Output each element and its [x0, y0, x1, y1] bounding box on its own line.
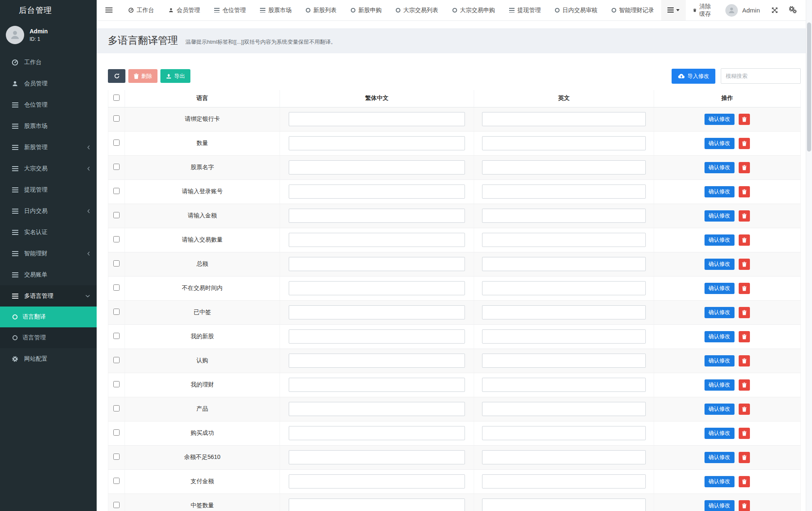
nav-tab-工作台[interactable]: 工作台	[121, 0, 161, 20]
sidebar-item-大宗交易[interactable]: 大宗交易	[0, 158, 97, 179]
row-checkbox[interactable]	[113, 236, 120, 242]
row-delete-button[interactable]	[739, 428, 750, 439]
en-translation-input[interactable]	[482, 402, 645, 416]
row-checkbox[interactable]	[113, 140, 120, 146]
en-translation-input[interactable]	[482, 136, 645, 150]
nav-tab-新股列表[interactable]: 新股列表	[299, 0, 344, 20]
row-delete-button[interactable]	[739, 259, 750, 270]
en-translation-input[interactable]	[482, 474, 645, 489]
en-translation-input[interactable]	[482, 305, 645, 319]
zh-translation-input[interactable]	[289, 281, 465, 295]
row-checkbox[interactable]	[113, 284, 120, 291]
row-delete-button[interactable]	[739, 234, 750, 246]
nav-tab-新股申购[interactable]: 新股申购	[344, 0, 389, 20]
row-checkbox[interactable]	[113, 212, 120, 218]
row-checkbox[interactable]	[113, 115, 120, 122]
nav-tab-股票市场[interactable]: 股票市场	[253, 0, 299, 20]
en-translation-input[interactable]	[482, 426, 645, 440]
confirm-edit-button[interactable]: 确认修改	[705, 114, 735, 125]
nav-tab-会员管理[interactable]: 会员管理	[161, 0, 207, 20]
sidebar-item-日内交易[interactable]: 日内交易	[0, 200, 97, 222]
row-checkbox[interactable]	[113, 454, 120, 460]
zh-translation-input[interactable]	[289, 499, 465, 511]
confirm-edit-button[interactable]: 确认修改	[705, 379, 735, 391]
en-translation-input[interactable]	[482, 209, 645, 223]
vertical-scrollbar[interactable]	[806, 0, 812, 511]
nav-tab-提现管理[interactable]: 提现管理	[502, 0, 548, 20]
confirm-edit-button[interactable]: 确认修改	[705, 404, 735, 415]
row-delete-button[interactable]	[739, 476, 750, 487]
row-delete-button[interactable]	[739, 452, 750, 463]
zh-translation-input[interactable]	[289, 402, 465, 416]
settings-button[interactable]	[784, 0, 803, 20]
zh-translation-input[interactable]	[289, 354, 465, 368]
sidebar-item-网站配置[interactable]: 网站配置	[0, 348, 97, 369]
fullscreen-button[interactable]	[766, 0, 784, 20]
select-all-checkbox[interactable]	[113, 95, 120, 101]
row-delete-button[interactable]	[739, 307, 750, 318]
scrollbar-thumb[interactable]	[807, 22, 811, 152]
bulk-delete-button[interactable]: 删除	[128, 69, 157, 83]
zh-translation-input[interactable]	[289, 184, 465, 199]
confirm-edit-button[interactable]: 确认修改	[705, 234, 735, 246]
nav-tab-仓位管理[interactable]: 仓位管理	[207, 0, 253, 20]
nav-tab-日内交易审核[interactable]: 日内交易审核	[548, 0, 605, 20]
zh-translation-input[interactable]	[289, 112, 465, 126]
confirm-edit-button[interactable]: 确认修改	[705, 355, 735, 366]
row-checkbox[interactable]	[113, 188, 120, 194]
zh-translation-input[interactable]	[289, 160, 465, 174]
en-translation-input[interactable]	[482, 257, 645, 271]
en-translation-input[interactable]	[482, 378, 645, 392]
zh-translation-input[interactable]	[289, 233, 465, 247]
row-delete-button[interactable]	[739, 138, 750, 149]
nav-tab-智能理财记录[interactable]: 智能理财记录	[605, 0, 661, 20]
sidebar-item-新股管理[interactable]: 新股管理	[0, 137, 97, 158]
import-button[interactable]: 导入修改	[672, 69, 715, 84]
confirm-edit-button[interactable]: 确认修改	[705, 259, 735, 270]
confirm-edit-button[interactable]: 确认修改	[705, 331, 735, 342]
row-checkbox[interactable]	[113, 381, 120, 387]
clear-cache-button[interactable]: 清除缓存	[686, 0, 720, 20]
row-checkbox[interactable]	[113, 333, 120, 339]
row-checkbox[interactable]	[113, 429, 120, 436]
nav-tab-大宗交易列表[interactable]: 大宗交易列表	[389, 0, 445, 20]
sidebar-subitem-语言翻译[interactable]: 语言翻译	[0, 307, 97, 327]
zh-translation-input[interactable]	[289, 257, 465, 271]
confirm-edit-button[interactable]: 确认修改	[705, 138, 735, 149]
en-translation-input[interactable]	[482, 112, 645, 126]
zh-translation-input[interactable]	[289, 450, 465, 464]
refresh-button[interactable]	[108, 69, 125, 83]
sidebar-item-工作台[interactable]: 工作台	[0, 52, 97, 73]
sidebar-item-仓位管理[interactable]: 仓位管理	[0, 94, 97, 115]
tabs-overflow-dropdown[interactable]	[661, 0, 686, 20]
en-translation-input[interactable]	[482, 329, 645, 344]
zh-translation-input[interactable]	[289, 136, 465, 150]
en-translation-input[interactable]	[482, 184, 645, 199]
sidebar-item-交易账单[interactable]: 交易账单	[0, 264, 97, 285]
confirm-edit-button[interactable]: 确认修改	[705, 476, 735, 487]
row-delete-button[interactable]	[739, 114, 750, 125]
zh-translation-input[interactable]	[289, 209, 465, 223]
zh-translation-input[interactable]	[289, 474, 465, 489]
sidebar-item-多语言管理[interactable]: 多语言管理	[0, 285, 97, 307]
nav-tab-大宗交易申购[interactable]: 大宗交易申购	[445, 0, 502, 20]
en-translation-input[interactable]	[482, 233, 645, 247]
sidebar-subitem-语言管理[interactable]: 语言管理	[0, 327, 97, 348]
row-checkbox[interactable]	[113, 405, 120, 411]
sidebar-toggle-button[interactable]	[97, 0, 121, 20]
sidebar-item-提现管理[interactable]: 提现管理	[0, 179, 97, 200]
search-input[interactable]	[721, 68, 801, 84]
confirm-edit-button[interactable]: 确认修改	[705, 186, 735, 197]
zh-translation-input[interactable]	[289, 378, 465, 392]
row-delete-button[interactable]	[739, 379, 750, 391]
sidebar-item-实名认证[interactable]: 实名认证	[0, 222, 97, 243]
row-delete-button[interactable]	[739, 210, 750, 222]
confirm-edit-button[interactable]: 确认修改	[705, 500, 735, 511]
sidebar-item-智能理财[interactable]: 智能理财	[0, 243, 97, 264]
en-translation-input[interactable]	[482, 354, 645, 368]
row-checkbox[interactable]	[113, 357, 120, 363]
row-delete-button[interactable]	[739, 331, 750, 342]
sidebar-item-股票市场[interactable]: 股票市场	[0, 115, 97, 137]
zh-translation-input[interactable]	[289, 426, 465, 440]
zh-translation-input[interactable]	[289, 329, 465, 344]
